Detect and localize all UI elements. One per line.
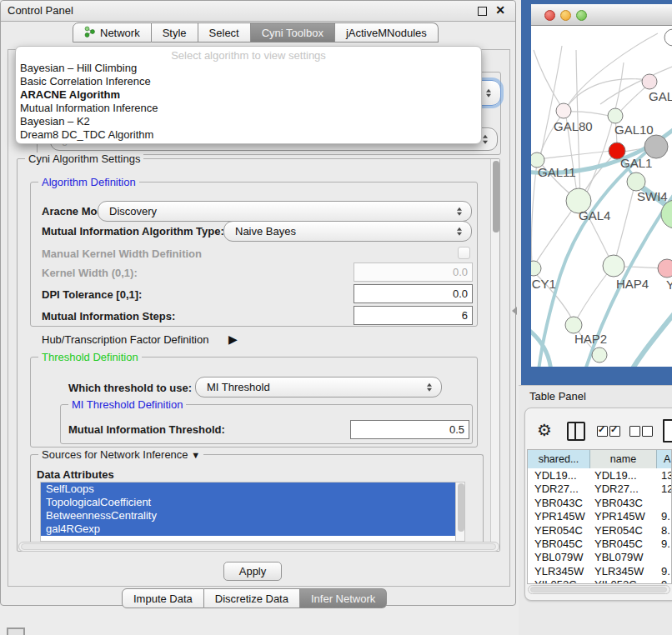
column-header-partial[interactable]: A — [657, 450, 672, 468]
data-attributes-label: Data Attributes — [37, 468, 114, 481]
checked-box-icon[interactable] — [609, 426, 620, 437]
node[interactable] — [664, 29, 672, 46]
mi-type-value: Naive Bayes — [235, 225, 296, 238]
cell: 9. — [661, 538, 672, 551]
tab-discretize-data[interactable]: Discretize Data — [204, 588, 300, 608]
scrollbar-thumb[interactable] — [458, 483, 464, 532]
column-header-name[interactable]: name — [590, 450, 657, 468]
table-row[interactable]: YPR145W YPR145W 9. — [528, 510, 672, 523]
apply-button[interactable]: Apply — [223, 562, 282, 581]
scrollbar-thumb[interactable] — [21, 543, 496, 550]
scrollbar-thumb[interactable] — [493, 161, 499, 232]
manual-kernel-checkbox[interactable] — [458, 247, 470, 259]
cell: YER054C — [594, 524, 656, 538]
dropdown-item[interactable]: Bayesian – Hill Climbing — [20, 62, 137, 75]
node-gcy1[interactable] — [531, 261, 541, 276]
spinner-arrows-icon — [486, 88, 491, 98]
tab-impute-data[interactable]: Impute Data — [122, 588, 204, 608]
manual-kernel-label: Manual Kernel Width Definition — [42, 248, 202, 260]
attribute-item-selected[interactable]: gal4RGexp — [41, 522, 464, 536]
kernel-width-field[interactable]: 0.0 — [354, 262, 473, 282]
node-hap2[interactable] — [565, 317, 582, 333]
dpi-tolerance-field[interactable]: 0.0 — [354, 284, 473, 303]
close-traffic-light-icon[interactable] — [544, 10, 555, 21]
cell: YLR345W — [534, 565, 589, 578]
table-row[interactable]: YBR043C YBR043C — [528, 497, 672, 510]
collapsed-arrow-icon[interactable]: ▶ — [228, 332, 238, 346]
bottom-tabbar: Impute Data Discretize Data Infer Networ… — [122, 588, 387, 608]
attribute-item-selected[interactable]: SelfLoops — [41, 482, 464, 496]
tab-jactivemnodules[interactable]: jActiveMNodules — [335, 22, 439, 42]
tab-infer-network[interactable]: Infer Network — [300, 588, 387, 608]
dropdown-item[interactable]: Mutual Information Inference — [20, 102, 158, 115]
mi-threshold-field[interactable]: 0.5 — [350, 420, 469, 439]
tab-network[interactable]: Network — [73, 22, 152, 42]
minimized-panel-icon[interactable] — [7, 628, 25, 635]
list-vertical-scrollbar[interactable] — [455, 482, 464, 541]
node-gal10[interactable] — [608, 108, 623, 123]
table-row[interactable]: YIL052C YIL052C 9 — [528, 578, 672, 584]
node-label: GAL1 — [620, 156, 652, 170]
control-panel-titlebar[interactable]: Control Panel ✕ — [1, 1, 515, 22]
aracne-mode-combo[interactable]: Discovery — [98, 201, 472, 222]
tab-infer-network-label: Infer Network — [311, 592, 375, 605]
node[interactable] — [592, 348, 607, 362]
minimize-traffic-light-icon[interactable] — [560, 10, 571, 21]
tab-network-label: Network — [100, 27, 140, 39]
which-threshold-combo[interactable]: MI Threshold — [195, 377, 442, 398]
table-horizontal-scrollbar[interactable] — [528, 585, 670, 594]
node-gray[interactable] — [644, 135, 668, 158]
tab-style[interactable]: Style — [152, 22, 198, 42]
hub-definition-label[interactable]: Hub/Transcription Factor Definition — [42, 333, 208, 346]
zoom-traffic-light-icon[interactable] — [576, 10, 587, 21]
splitpane-collapse-icon[interactable] — [512, 307, 517, 315]
document-icon[interactable] — [663, 419, 672, 442]
tab-jactivemnodules-label: jActiveMNodules — [346, 27, 427, 39]
scrollbar-thumb[interactable] — [530, 587, 667, 592]
dropdown-item[interactable]: Dream8 DC_TDC Algorithm — [20, 128, 153, 142]
node-gal7[interactable] — [642, 74, 657, 89]
table-row[interactable]: YBR045C YBR045C 9. — [528, 538, 672, 551]
cell: YDR27... — [594, 482, 656, 496]
data-attributes-list[interactable]: SelfLoops TopologicalCoefficient Between… — [40, 482, 465, 542]
node-gal80[interactable] — [556, 103, 571, 118]
mi-steps-value: 6 — [462, 309, 468, 322]
sources-title[interactable]: Sources for Network Inference ▼ — [38, 448, 203, 461]
dropdown-item[interactable]: Bayesian – K2 — [20, 115, 90, 128]
settings-horizontal-scrollbar[interactable] — [18, 542, 499, 552]
column-header-shared-name[interactable]: shared... — [528, 450, 590, 468]
spinner-arrows-icon — [483, 135, 488, 144]
mi-type-combo[interactable]: Naive Bayes — [223, 221, 472, 242]
dropdown-item[interactable]: Basic Correlation Inference — [20, 75, 151, 88]
cell: YBR045C — [594, 538, 656, 551]
node-swi4[interactable] — [627, 172, 645, 191]
unchecked-box-icon[interactable] — [642, 426, 653, 437]
table-row[interactable]: YLR345W YLR345W 9. — [528, 565, 672, 578]
node-pink[interactable] — [658, 259, 672, 278]
gear-icon[interactable]: ⚙ — [537, 420, 552, 440]
cell: YIL052C — [534, 578, 589, 584]
unchecked-box-icon[interactable] — [629, 426, 640, 437]
attribute-item-selected[interactable]: BetweennessCentrality — [41, 509, 464, 522]
network-window-titlebar[interactable] — [531, 4, 672, 26]
tab-select[interactable]: Select — [198, 22, 251, 42]
attribute-item-selected[interactable]: TopologicalCoefficient — [41, 496, 464, 509]
cell: YIL052C — [594, 578, 656, 584]
table-row[interactable]: YER054C YER054C 8. — [528, 524, 672, 538]
columns-icon[interactable] — [567, 422, 585, 441]
settings-vertical-scrollbar[interactable] — [490, 159, 499, 551]
table-row[interactable]: YBL079W YBL079W — [528, 551, 672, 564]
mi-steps-field[interactable]: 6 — [354, 306, 473, 325]
float-icon[interactable] — [478, 7, 487, 16]
tab-cyni-toolbox[interactable]: Cyni Toolbox — [251, 22, 335, 42]
node-label: Y — [666, 278, 672, 292]
which-threshold-value: MI Threshold — [207, 381, 270, 393]
table-row[interactable]: YDR27... YDR27... 12 — [528, 482, 672, 496]
close-icon[interactable]: ✕ — [495, 3, 505, 17]
network-canvas[interactable]: GAL GAL80 GAL10 GAL1 GAL11 SWI4 GAL4 GCY… — [531, 26, 672, 367]
checked-box-icon[interactable] — [597, 426, 608, 437]
dropdown-item-selected[interactable]: ARACNE Algorithm — [20, 88, 120, 102]
cell: YBR043C — [534, 497, 589, 510]
table-row[interactable]: YDL19... YDL19... 13 — [528, 469, 672, 482]
node-hap4[interactable] — [603, 255, 624, 277]
